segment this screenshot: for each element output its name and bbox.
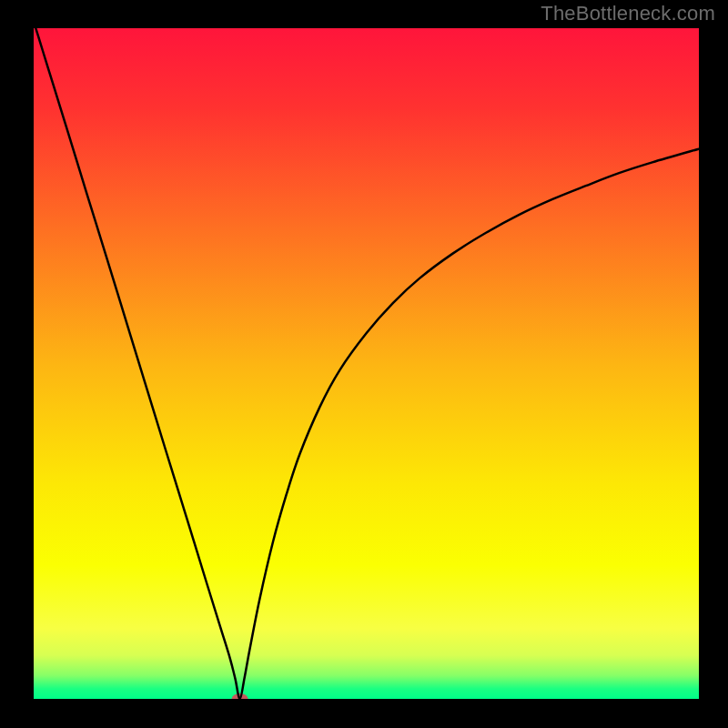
gradient-background xyxy=(34,28,699,699)
bottleneck-chart xyxy=(0,0,728,728)
chart-frame: TheBottleneck.com xyxy=(0,0,728,728)
